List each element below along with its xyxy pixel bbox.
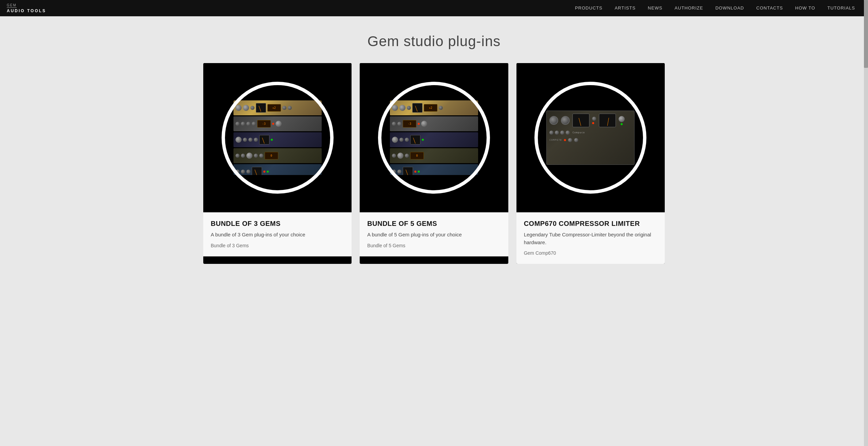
product-circle [378, 82, 490, 194]
logo-bottom: AUDIO TOOLS [7, 8, 46, 13]
nav-menu: PRODUCTS ARTISTS NEWS AUTHORIZE DOWNLOAD… [569, 0, 861, 16]
nav-item-authorize[interactable]: AUTHORIZE [668, 0, 709, 16]
nav-item-contacts[interactable]: CONTACTS [750, 0, 789, 16]
product-tag: Bundle of 5 Gems [367, 243, 501, 248]
product-title: COMP670 COMPRESSOR LIMITER [524, 220, 657, 228]
product-grid: +2 -3 [203, 63, 665, 264]
product-title: BUNDLE OF 5 GEMS [367, 220, 501, 228]
nav-link-products[interactable]: PRODUCTS [569, 0, 608, 16]
nav-item-tutorials[interactable]: TUTORIALS [821, 0, 861, 16]
product-circle [222, 82, 334, 194]
product-circle [534, 82, 646, 194]
main-content: Gem studio plug-ins +2 [183, 16, 685, 277]
nav-item-download[interactable]: DOWNLOAD [709, 0, 750, 16]
scrollbar-thumb[interactable] [864, 0, 868, 68]
logo[interactable]: GEM AUDIO TOOLS [7, 3, 46, 13]
product-info-bundle5: BUNDLE OF 5 GEMS A bundle of 5 Gem plug-… [360, 212, 508, 256]
nav-link-contacts[interactable]: CONTACTS [750, 0, 789, 16]
product-info-bundle3: BUNDLE OF 3 GEMS A bundle of 3 Gem plug-… [203, 212, 352, 256]
nav-link-howto[interactable]: HOW TO [789, 0, 821, 16]
product-description: Legendary Tube Compressor-Limiter beyond… [524, 231, 657, 246]
product-title: BUNDLE OF 3 GEMS [211, 220, 344, 228]
nav-item-products[interactable]: PRODUCTS [569, 0, 608, 16]
nav-link-tutorials[interactable]: TUTORIALS [821, 0, 861, 16]
product-info-comp670: COMP670 COMPRESSOR LIMITER Legendary Tub… [516, 212, 665, 264]
product-image-comp670: Compuco COMP670 [516, 63, 665, 212]
product-card-bundle5[interactable]: +2 -3 [360, 63, 508, 264]
navigation: GEM AUDIO TOOLS PRODUCTS ARTISTS NEWS AU… [0, 0, 868, 16]
product-image-bundle5: +2 -3 [360, 63, 508, 212]
nav-link-artists[interactable]: ARTISTS [608, 0, 642, 16]
nav-link-authorize[interactable]: AUTHORIZE [668, 0, 709, 16]
product-card-bundle3[interactable]: +2 -3 [203, 63, 352, 264]
product-card-comp670[interactable]: Compuco COMP670 COMP670 COMPRESSOR LIMIT… [516, 63, 665, 264]
product-tag: Gem Comp670 [524, 250, 657, 256]
product-image-bundle3: +2 -3 [203, 63, 352, 212]
nav-link-news[interactable]: NEWS [642, 0, 668, 16]
nav-link-download[interactable]: DOWNLOAD [709, 0, 750, 16]
page-title: Gem studio plug-ins [203, 33, 665, 50]
nav-item-howto[interactable]: HOW TO [789, 0, 821, 16]
product-tag: Bundle of 3 Gems [211, 243, 344, 248]
scrollbar-track[interactable] [864, 0, 868, 446]
product-description: A bundle of 3 Gem plug-ins of your choic… [211, 231, 344, 239]
nav-item-news[interactable]: NEWS [642, 0, 668, 16]
nav-item-artists[interactable]: ARTISTS [608, 0, 642, 16]
logo-top: GEM [7, 3, 17, 8]
product-description: A bundle of 5 Gem plug-ins of your choic… [367, 231, 501, 239]
